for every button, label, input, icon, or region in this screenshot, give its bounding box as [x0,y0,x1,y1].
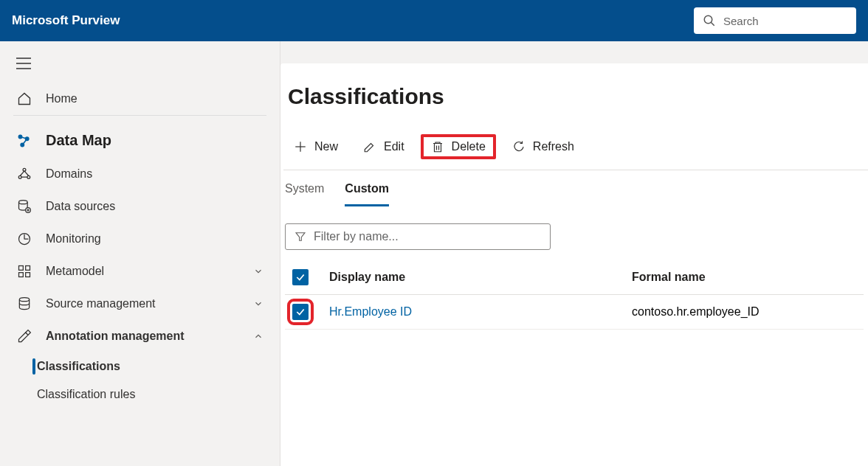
new-button[interactable]: New [285,136,347,158]
tabs: System Custom [280,170,868,207]
sidebar-item-label: Metamodel [46,265,104,278]
source-management-icon [16,296,32,311]
sidebar-subitem-classifications[interactable]: Classifications [0,352,280,380]
page-title: Classifications [283,84,868,127]
search-icon [703,14,716,27]
svg-marker-27 [296,233,305,241]
select-all-checkbox[interactable] [292,269,309,285]
sidebar-subitem-label: Classification rules [37,388,135,401]
sidebar-item-label: Source management [46,297,156,310]
tab-custom[interactable]: Custom [345,182,389,206]
monitoring-icon [16,232,32,246]
search-container [694,7,856,34]
table-header: Display name Formal name [285,260,864,295]
data-sources-icon [16,199,32,214]
home-icon [16,91,32,106]
app-title: Microsoft Purview [12,13,120,28]
svg-line-1 [711,22,714,26]
sidebar-item-home[interactable]: Home [0,83,280,115]
delete-button[interactable]: Delete [421,134,496,159]
toolbar: New Edit Delete Refresh [283,127,868,170]
svg-rect-20 [19,273,24,277]
pencil-icon [363,140,376,153]
filter-icon [294,231,306,243]
svg-point-10 [23,168,26,171]
button-label: Edit [384,140,404,153]
classifications-table: Display name Formal name Hr.Employee ID … [280,260,868,330]
sidebar: Home Data Map Domains Data sources [0,41,280,466]
data-map-icon [16,133,32,149]
sidebar-item-metamodel[interactable]: Metamodel [0,255,280,288]
search-input[interactable] [723,15,847,27]
metamodel-icon [16,264,32,279]
row-checkbox[interactable] [292,304,309,320]
sidebar-divider [13,115,266,116]
plus-icon [294,140,307,153]
column-header-formal-name[interactable]: Formal name [632,271,856,284]
annotation-management-icon [16,329,32,344]
filter-input[interactable] [314,230,541,243]
chevron-down-icon [253,266,264,277]
sidebar-item-data-sources[interactable]: Data sources [0,190,280,223]
trash-icon [431,140,444,153]
domains-icon [16,167,32,181]
svg-point-11 [18,175,21,178]
svg-point-0 [704,15,712,24]
row-display-name-link[interactable]: Hr.Employee ID [329,305,632,319]
sidebar-item-label: Domains [46,167,92,181]
button-label: Refresh [533,140,574,153]
button-label: New [314,140,338,153]
filter-input-container [285,223,551,250]
sidebar-item-source-management[interactable]: Source management [0,288,280,320]
sidebar-item-label: Annotation management [46,330,185,343]
row-formal-name: contoso.hr.employee_ID [632,305,856,319]
sidebar-item-monitoring[interactable]: Monitoring [0,223,280,255]
refresh-icon [512,140,526,153]
edit-button[interactable]: Edit [354,136,413,158]
svg-rect-21 [26,273,30,277]
hamburger-menu-button[interactable] [0,49,280,83]
svg-point-13 [19,201,28,204]
svg-point-22 [19,298,29,302]
filter-row [280,207,868,260]
sidebar-item-label: Home [46,92,78,105]
svg-rect-18 [19,266,24,271]
sidebar-subitem-label: Classifications [37,360,120,373]
sidebar-subitem-classification-rules[interactable]: Classification rules [0,380,280,408]
chevron-down-icon [253,299,264,309]
main-content: Classifications New Edit Delete [280,63,868,466]
svg-point-12 [27,175,30,178]
sidebar-item-domains[interactable]: Domains [0,158,280,190]
svg-rect-19 [26,266,30,271]
app-header: Microsoft Purview [0,0,868,41]
sidebar-section-label: Data Map [46,132,111,149]
sidebar-item-annotation-management[interactable]: Annotation management [0,320,280,352]
sidebar-section-data-map[interactable]: Data Map [0,120,280,158]
svg-line-9 [22,139,27,145]
tab-system[interactable]: System [285,182,324,206]
refresh-button[interactable]: Refresh [503,136,583,158]
chevron-up-icon [253,331,264,341]
column-header-display-name[interactable]: Display name [329,271,632,284]
table-row: Hr.Employee ID contoso.hr.employee_ID [285,295,864,330]
button-label: Delete [452,140,486,153]
sidebar-item-label: Monitoring [46,232,101,246]
sidebar-item-label: Data sources [46,200,115,213]
